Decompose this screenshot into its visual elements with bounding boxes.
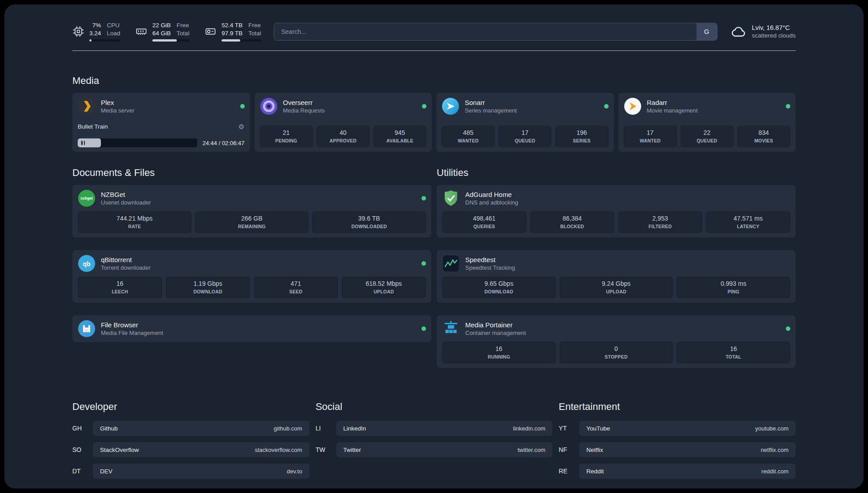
- service-card-sonarr[interactable]: Sonarr Series management 485 WANTED 17 Q…: [436, 93, 614, 152]
- stat-wanted: 17 WANTED: [624, 125, 677, 147]
- status-online-dot: [604, 104, 609, 109]
- bookmark-abbr: TW: [316, 446, 336, 453]
- service-card-radarr[interactable]: Radarr Movie management 17 WANTED 22 QUE…: [618, 93, 796, 152]
- now-playing-title: Bullet Train: [78, 123, 108, 130]
- bookmark-link-github[interactable]: Github github.com: [93, 421, 309, 436]
- service-description: Series management: [465, 107, 517, 114]
- bookmark-abbr: RE: [559, 468, 579, 475]
- weather-condition: scattered clouds: [752, 32, 796, 39]
- bookmark-link-youtube[interactable]: YouTube youtube.com: [579, 421, 796, 436]
- stat-wanted: 485 WANTED: [442, 125, 495, 147]
- service-card-adguard[interactable]: AdGuard Home DNS and adblocking 498,461 …: [437, 185, 796, 238]
- topbar-divider: [72, 50, 796, 51]
- status-online-dot: [422, 104, 426, 109]
- stat-available: 945 AVAILABLE: [373, 125, 426, 147]
- cpu-chip-icon: [72, 25, 84, 38]
- status-online-dot: [240, 104, 245, 109]
- stat-blocked: 86,384 BLOCKED: [530, 211, 614, 233]
- bookmark-abbr: GH: [72, 425, 93, 432]
- service-card-filebrowser[interactable]: File Browser Media File Management: [72, 315, 431, 342]
- plex-icon: [78, 97, 96, 115]
- cpu-usage-bar: [89, 39, 120, 42]
- stat-queries: 498,461 QUERIES: [442, 211, 526, 233]
- memory-total-label: Total: [177, 29, 190, 38]
- disk-free-label: Free: [248, 21, 261, 29]
- svg-text:nzbget: nzbget: [80, 196, 93, 201]
- service-description: Torrent downloader: [101, 264, 150, 271]
- bookmark-abbr: YT: [559, 425, 579, 432]
- bookmark-group-title: Social: [316, 401, 553, 413]
- nzbget-icon: nzbget: [78, 189, 96, 207]
- disk-free-value: 52.4 TB: [221, 21, 242, 29]
- filebrowser-icon: [78, 320, 96, 338]
- bookmark-row: YT YouTube youtube.com: [559, 421, 796, 436]
- bookmark-abbr: DT: [72, 468, 93, 475]
- service-card-overseerr[interactable]: Overseerr Media Requests 21 PENDING 40 A…: [255, 93, 432, 152]
- status-online-dot: [421, 196, 426, 201]
- service-card-portainer[interactable]: Media Portainer Container management 16 …: [437, 315, 796, 368]
- cpu-label: CPU: [107, 21, 120, 29]
- service-name: File Browser: [101, 321, 163, 329]
- qbittorrent-icon: qb: [78, 255, 96, 272]
- stat-pending: 21 PENDING: [260, 125, 313, 147]
- cpu-load-label: Load: [107, 29, 120, 38]
- stat-download: 9.65 Gbps DOWNLOAD: [442, 276, 556, 298]
- disk-widget: 52.4 TB 97.9 TB Free Total: [204, 21, 261, 42]
- bookmark-link-dev[interactable]: DEV dev.to: [93, 464, 309, 479]
- disk-total-label: Total: [248, 29, 261, 38]
- weather-widget: Lviv, 16.87°C scattered clouds: [730, 24, 796, 40]
- bookmark-link-netflix[interactable]: Netflix netflix.com: [579, 442, 796, 457]
- pause-icon[interactable]: [81, 141, 85, 145]
- stat-rate: 744.21 Mbps RATE: [78, 211, 192, 233]
- service-card-speedtest[interactable]: Speedtest Speedtest Tracking 9.65 Gbps D…: [437, 250, 796, 303]
- service-description: Media File Management: [101, 330, 163, 336]
- stat-downloaded: 39.6 TB DOWNLOADED: [312, 211, 426, 233]
- bookmark-row: DT DEV dev.to: [72, 464, 309, 479]
- stat-series: 196 SERIES: [555, 125, 608, 147]
- section-media: Media Plex Media server Bullet Train ⚙: [72, 75, 796, 152]
- media-player: 24:44 / 02:06:47: [78, 138, 245, 147]
- bookmark-link-twitter[interactable]: Twitter twitter.com: [336, 442, 553, 457]
- stat-filtered: 2,953 FILTERED: [618, 211, 702, 233]
- system-resources: 7% 3.24 CPU Load: [72, 21, 261, 42]
- bookmark-row: RE Reddit reddit.com: [559, 464, 796, 479]
- service-description: Usenet downloader: [101, 199, 151, 206]
- cloud-icon: [730, 24, 746, 40]
- status-online-dot: [421, 261, 426, 266]
- service-card-nzbget[interactable]: nzbget NZBGet Usenet downloader 744.21 M…: [72, 185, 431, 238]
- stat-queued: 17 QUEUED: [498, 125, 551, 147]
- weather-location: Lviv, 16.87°C: [752, 24, 796, 31]
- bookmark-link-stackoverflow[interactable]: StackOverflow stackoverflow.com: [93, 442, 309, 457]
- bookmark-group-title: Entertainment: [559, 401, 796, 413]
- section-documents-files: Documents & Files nzbget NZBGet Usenet d…: [72, 167, 431, 342]
- stat-stopped: 0 STOPPED: [559, 342, 673, 363]
- settings-gear-icon[interactable]: ⚙: [238, 123, 244, 130]
- bookmark-group-developer: Developer GH Github github.com SO StackO…: [72, 401, 309, 485]
- bookmark-group-title: Developer: [72, 401, 309, 413]
- service-card-plex[interactable]: Plex Media server Bullet Train ⚙ 24:44 /…: [72, 93, 250, 152]
- stat-running: 16 RUNNING: [442, 342, 556, 363]
- section-title-utilities: Utilities: [437, 167, 796, 179]
- memory-free-label: Free: [177, 21, 190, 29]
- service-name: Speedtest: [465, 256, 515, 263]
- cpu-percent: 7%: [92, 21, 101, 29]
- service-card-qbittorrent[interactable]: qb qBittorrent Torrent downloader 16 LEE…: [72, 250, 431, 303]
- search-bar: G: [274, 23, 718, 41]
- bookmark-link-reddit[interactable]: Reddit reddit.com: [579, 464, 796, 479]
- bookmark-row: TW Twitter twitter.com: [316, 442, 553, 457]
- status-online-dot: [786, 326, 790, 331]
- bookmark-row: NF Netflix netflix.com: [559, 442, 796, 457]
- memory-ram-icon: [135, 25, 147, 38]
- service-name: Radarr: [647, 99, 698, 106]
- service-name: Plex: [101, 99, 134, 106]
- stat-queued: 22 QUEUED: [680, 125, 734, 147]
- service-description: Media server: [101, 107, 134, 114]
- stat-ping: 0.993 ms PING: [676, 276, 790, 298]
- bookmark-link-linkedin[interactable]: LinkedIn linkedin.com: [336, 421, 553, 436]
- playback-progress-bar[interactable]: [78, 138, 197, 147]
- search-input[interactable]: [274, 23, 697, 40]
- service-name: Overseerr: [283, 99, 325, 106]
- search-provider-button[interactable]: G: [697, 23, 717, 40]
- top-bar: 7% 3.24 CPU Load: [72, 21, 796, 42]
- media-cards: Plex Media server Bullet Train ⚙ 24:44 /…: [72, 93, 796, 152]
